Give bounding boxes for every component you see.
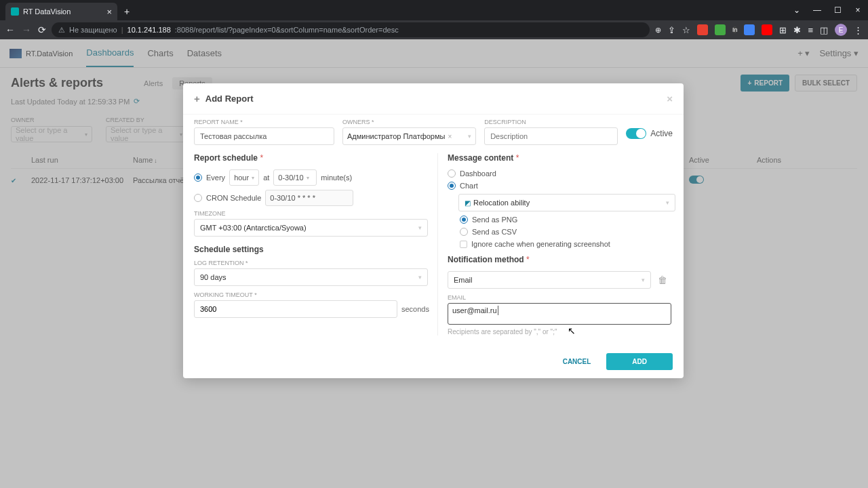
- favicon: [11, 7, 19, 16]
- toolbar-icons: ⊕ ⇪ ☆ In ⊞ ✱ ≡ ◫ E ⋮: [655, 24, 863, 36]
- notification-method-select[interactable]: Email▾: [448, 271, 651, 289]
- chart-select[interactable]: ◩ Relocation ability ▾: [458, 194, 675, 211]
- extension-icon[interactable]: [697, 24, 708, 35]
- chevron-down-icon[interactable]: ⌄: [787, 0, 807, 20]
- log-retention-select[interactable]: 90 days▾: [194, 268, 428, 286]
- working-timeout-label: WORKING TIMEOUT *: [194, 291, 429, 298]
- menu-icon[interactable]: ⋮: [854, 25, 863, 35]
- cron-radio[interactable]: [194, 194, 202, 202]
- url-path: :8088/report/list/?pageIndex=0&sortColum…: [175, 26, 399, 34]
- browser-tab-bar: RT DataVision × + ⌄ — ☐ ×: [0, 0, 868, 20]
- cron-input[interactable]: [265, 190, 353, 206]
- extension-icon[interactable]: [744, 24, 755, 35]
- close-tab-icon[interactable]: ×: [106, 7, 112, 17]
- chart-icon: ◩: [465, 199, 471, 207]
- report-name-input[interactable]: [194, 127, 334, 145]
- extension-icon[interactable]: [762, 24, 772, 35]
- description-input[interactable]: [484, 127, 618, 145]
- log-retention-label: LOG RETENTION *: [194, 260, 429, 266]
- settings-title: Schedule settings: [194, 245, 429, 254]
- timezone-label: TIMEZONE: [194, 210, 429, 217]
- star-icon[interactable]: ☆: [682, 25, 690, 35]
- seconds-label: seconds: [401, 305, 429, 313]
- zoom-icon[interactable]: ⊕: [655, 26, 661, 35]
- email-input[interactable]: user@mail.ru: [448, 303, 671, 325]
- chevron-down-icon: ▾: [666, 199, 669, 206]
- message-title: Message content *: [448, 153, 675, 163]
- active-label: Active: [650, 129, 673, 138]
- png-radio[interactable]: [460, 216, 468, 224]
- url-host: 10.1.241.188: [127, 26, 171, 34]
- modal-footer: CANCEL ADD: [183, 345, 684, 378]
- url-field[interactable]: ⚠ Не защищено | 10.1.241.188:8088/report…: [52, 22, 650, 37]
- trash-icon[interactable]: 🗑: [658, 274, 667, 285]
- chart-radio[interactable]: [448, 182, 456, 190]
- remove-chip-icon[interactable]: ×: [448, 133, 452, 140]
- extension-icon[interactable]: In: [732, 26, 738, 33]
- report-name-label: REPORT NAME *: [194, 119, 334, 125]
- reload-icon[interactable]: ⟳: [38, 24, 46, 35]
- close-window-icon[interactable]: ×: [848, 0, 868, 20]
- description-label: DESCRIPTION: [484, 119, 618, 125]
- modal: + Add Report × REPORT NAME * OWNERS * Ад…: [183, 83, 684, 378]
- panel-icon[interactable]: ◫: [820, 25, 828, 35]
- share-icon[interactable]: ⇪: [668, 25, 675, 35]
- email-label: EMAIL: [448, 294, 675, 301]
- chevron-down-icon: ▾: [418, 274, 422, 281]
- chevron-down-icon: ▾: [418, 224, 422, 231]
- puzzle-icon[interactable]: ✱: [793, 25, 801, 35]
- reading-list-icon[interactable]: ≡: [808, 25, 813, 35]
- cancel-button[interactable]: CANCEL: [551, 353, 603, 370]
- dashboard-radio[interactable]: [448, 169, 456, 178]
- add-button[interactable]: ADD: [606, 353, 673, 370]
- profile-avatar[interactable]: E: [835, 24, 847, 36]
- address-bar: ← → ⟳ ⚠ Не защищено | 10.1.241.188:8088/…: [0, 20, 868, 39]
- modal-header: + Add Report ×: [183, 83, 684, 115]
- every-radio[interactable]: [194, 174, 202, 182]
- plus-icon: +: [194, 93, 200, 104]
- chevron-down-icon: ▾: [468, 133, 471, 140]
- maximize-icon[interactable]: ☐: [827, 0, 848, 20]
- insecure-icon: ⚠: [58, 26, 65, 35]
- schedule-title: Report schedule *: [194, 153, 429, 163]
- timezone-select[interactable]: GMT +03:00 (Antarctica/Syowa)▾: [194, 219, 428, 237]
- window-controls: ⌄ — ☐ ×: [787, 0, 868, 20]
- email-hint: Recipients are separated by "," or ";": [448, 328, 675, 336]
- ignore-cache-checkbox[interactable]: [460, 241, 467, 248]
- notif-title: Notification method *: [448, 255, 675, 264]
- extension-icon[interactable]: [715, 24, 726, 35]
- bookmark-icon[interactable]: ⊞: [779, 25, 787, 35]
- minute-select[interactable]: 0-30/10▾: [273, 169, 317, 186]
- forward-icon[interactable]: →: [22, 24, 31, 35]
- csv-radio[interactable]: [460, 228, 468, 236]
- new-tab-button[interactable]: +: [117, 3, 136, 20]
- minimize-icon[interactable]: —: [807, 0, 827, 20]
- owners-select[interactable]: Администратор Платформы × ▾: [342, 127, 476, 145]
- security-label: Не защищено: [69, 26, 117, 34]
- modal-title: Add Report: [205, 94, 254, 104]
- tab-title: RT DataVision: [23, 7, 71, 16]
- active-toggle[interactable]: [626, 128, 646, 139]
- chevron-down-icon: ▾: [642, 277, 645, 283]
- browser-tab[interactable]: RT DataVision ×: [5, 3, 117, 20]
- back-icon[interactable]: ←: [5, 24, 15, 35]
- every-unit-select[interactable]: hour▾: [229, 169, 259, 186]
- close-icon[interactable]: ×: [667, 93, 673, 104]
- owners-label: OWNERS *: [342, 119, 476, 125]
- app-root: RT.DataVision Dashboards Charts Datasets…: [0, 39, 868, 488]
- working-timeout-input[interactable]: [194, 300, 397, 318]
